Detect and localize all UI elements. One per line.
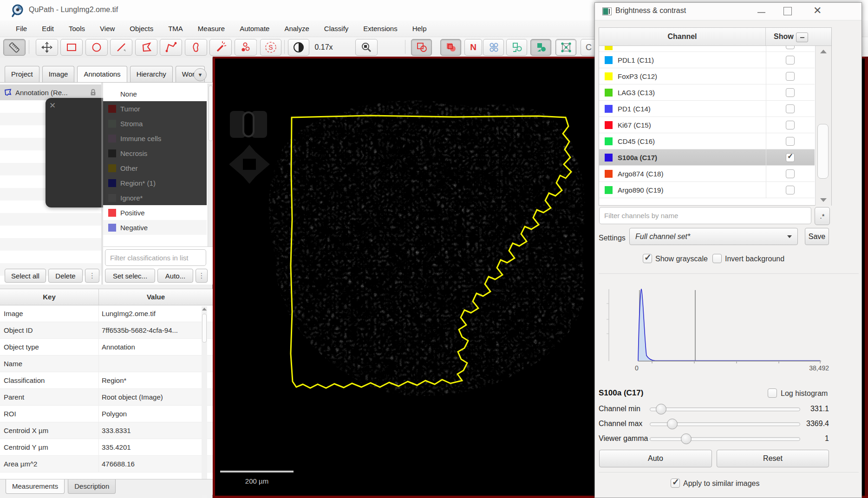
table-row[interactable]: ParentRoot object (Image) — [0, 389, 213, 406]
set-selected-button[interactable]: Set selec... — [105, 269, 155, 283]
table-row[interactable]: Area µm^2476688.16 — [0, 456, 213, 472]
scrollbar-thumb[interactable] — [817, 124, 829, 179]
tab-hierarchy[interactable]: Hierarchy — [130, 66, 173, 82]
menu-item-tma[interactable]: TMA — [161, 20, 190, 37]
classification-row[interactable]: None — [103, 86, 207, 101]
channel-max-slider[interactable] — [650, 422, 800, 426]
table-row[interactable]: ROIPolygon — [0, 406, 213, 422]
points-tool-button[interactable] — [235, 39, 257, 56]
channel-filter-input[interactable] — [599, 207, 811, 224]
line-tool-button[interactable] — [110, 39, 132, 56]
close-icon[interactable]: ✕ — [813, 5, 822, 17]
tab-description[interactable]: Description — [68, 479, 116, 494]
classification-row[interactable]: Negative — [103, 220, 207, 235]
fill-annotations-button[interactable] — [440, 39, 461, 56]
slider-thumb[interactable] — [681, 433, 692, 444]
menu-item-help[interactable]: Help — [405, 20, 434, 37]
tma-grid-button[interactable] — [555, 39, 576, 56]
classification-row[interactable]: Ignore* — [103, 190, 207, 205]
channel-show-checkbox[interactable] — [786, 72, 795, 81]
viewer-gamma-slider[interactable] — [650, 437, 800, 441]
classification-row[interactable]: Tumor — [103, 101, 207, 116]
z-position-widget[interactable] — [230, 111, 267, 138]
close-icon[interactable]: ✕ — [49, 101, 56, 110]
channel-row[interactable]: CD45 (C16) — [599, 133, 815, 149]
tab-project[interactable]: Project — [5, 66, 39, 82]
rectangle-tool-button[interactable] — [60, 39, 83, 56]
maximize-icon[interactable] — [783, 7, 792, 15]
auto-button[interactable]: Auto — [599, 450, 712, 467]
ellipse-tool-button[interactable] — [85, 39, 108, 56]
settings-dropdown[interactable]: Full channel set* — [629, 228, 798, 245]
table-row[interactable]: Name — [0, 356, 213, 372]
scroll-up-icon[interactable] — [820, 50, 827, 53]
selection-mode-button[interactable]: S — [260, 39, 281, 56]
menu-item-view[interactable]: View — [92, 20, 122, 37]
apply-similar-checkbox[interactable]: ✓ — [671, 479, 680, 488]
menu-item-objects[interactable]: Objects — [122, 20, 161, 37]
tab-overflow-button[interactable]: ▼ — [194, 68, 207, 81]
channel-show-checkbox[interactable] — [786, 121, 795, 129]
auto-set-button[interactable]: Auto... — [157, 269, 193, 283]
classification-row[interactable]: Positive — [103, 205, 207, 220]
tab-measurements[interactable]: Measurements — [6, 479, 65, 494]
channel-show-checkbox[interactable] — [786, 137, 795, 146]
channel-show-checkbox[interactable]: ✓ — [786, 153, 795, 162]
channel-show-checkbox[interactable] — [786, 46, 795, 49]
measurement-table-scrollbar[interactable] — [202, 306, 207, 498]
polygon-tool-button[interactable] — [135, 39, 157, 56]
channel-scrollbar[interactable] — [815, 46, 831, 206]
classification-row[interactable]: Stroma — [103, 116, 207, 131]
channel-row[interactable]: LAG3 (C13) — [599, 84, 815, 101]
select-all-button[interactable]: Select all — [5, 269, 46, 283]
channel-row[interactable]: Argo874 (C18) — [599, 166, 815, 182]
table-row[interactable]: Object typeAnnotation — [0, 339, 213, 356]
channel-row[interactable] — [599, 46, 815, 52]
show-detections-button[interactable] — [483, 39, 504, 56]
save-button[interactable]: Save — [805, 228, 829, 245]
classification-row[interactable]: Immune cells — [103, 131, 207, 146]
log-histogram-checkbox[interactable]: ✓ — [768, 388, 777, 398]
fill-objects-button[interactable] — [530, 39, 551, 56]
channel-min-slider[interactable] — [650, 407, 800, 411]
channel-row[interactable]: PDL1 (C11) — [599, 52, 815, 68]
classification-filter-input[interactable] — [105, 249, 206, 266]
channel-list[interactable]: PDL1 (C11)FoxP3 (C12)LAG3 (C13)PD1 (C14)… — [599, 46, 815, 205]
brush-tool-button[interactable] — [185, 39, 207, 56]
classification-row[interactable]: Necrosis — [103, 146, 207, 161]
menu-item-extensions[interactable]: Extensions — [356, 20, 405, 37]
menu-item-tools[interactable]: Tools — [61, 20, 92, 37]
scroll-up-icon[interactable] — [202, 308, 207, 310]
channel-show-checkbox[interactable] — [786, 186, 795, 194]
menu-item-file[interactable]: File — [8, 20, 34, 37]
table-row[interactable]: ImageLungImg2.ome.tif — [0, 305, 213, 322]
collapse-show-button[interactable] — [796, 32, 808, 42]
wand-tool-button[interactable] — [209, 39, 232, 56]
slider-thumb[interactable] — [667, 419, 678, 429]
channel-show-checkbox[interactable] — [786, 56, 795, 65]
channel-show-checkbox[interactable] — [786, 88, 795, 97]
lock-icon[interactable] — [90, 89, 97, 96]
minimize-icon[interactable] — [757, 12, 765, 13]
invert-background-checkbox[interactable]: ✓ — [712, 254, 722, 263]
brightness-contrast-button[interactable] — [288, 39, 309, 56]
more-options-button[interactable]: ⋮ — [85, 269, 99, 283]
channel-row[interactable]: Ki67 (C15) — [599, 117, 815, 133]
table-row[interactable]: Centroid Y µm335.4201 — [0, 439, 213, 456]
table-row[interactable]: Centroid X µm333.8331 — [0, 422, 213, 439]
channel-row[interactable]: S100a (C17)✓ — [599, 149, 815, 166]
channel-row[interactable]: PD1 (C14) — [599, 101, 815, 117]
table-row[interactable]: Object ID7ff6535b-5682-4cfa-94... — [0, 322, 213, 339]
measurement-table[interactable]: ImageLungImg2.ome.tifObject ID7ff6535b-5… — [0, 305, 213, 479]
menu-item-analyze[interactable]: Analyze — [277, 20, 316, 37]
channel-show-checkbox[interactable] — [786, 169, 795, 178]
menu-item-measure[interactable]: Measure — [190, 20, 232, 37]
table-row[interactable]: ClassificationRegion* — [0, 372, 213, 389]
reset-button[interactable]: Reset — [717, 450, 829, 467]
zoom-to-fit-button[interactable] — [355, 39, 378, 56]
show-grayscale-checkbox[interactable]: ✓ — [643, 254, 652, 263]
slider-thumb[interactable] — [656, 404, 666, 414]
menu-item-classify[interactable]: Classify — [317, 20, 356, 37]
classification-row[interactable]: Region* (1) — [103, 175, 207, 190]
show-annotations-button[interactable] — [411, 39, 432, 56]
